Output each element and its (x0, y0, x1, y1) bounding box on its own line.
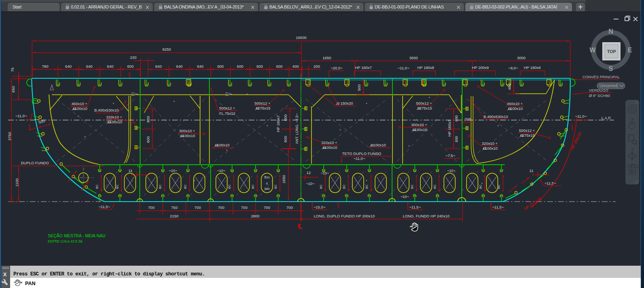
svg-text:~20,0~: ~20,0~ (331, 66, 343, 70)
svg-text:HP 160x7: HP 160x7 (355, 65, 372, 70)
svg-text:8250: 8250 (162, 47, 171, 52)
svg-text:100x10: 100x10 (414, 127, 427, 132)
svg-text:460x10 +: 460x10 + (71, 101, 87, 106)
svg-text:75: 75 (10, 68, 15, 72)
svg-text:~10~: ~10~ (321, 171, 329, 175)
svg-text:BC: BC (95, 184, 99, 189)
svg-text:~11,0~: ~11,0~ (354, 156, 365, 161)
svg-text:L.A.P.: L.A.P. (601, 116, 612, 120)
svg-text:~10~: ~10~ (217, 169, 226, 173)
svg-text:600: 600 (454, 115, 458, 121)
svg-text:460x10 +: 460x10 + (507, 101, 523, 106)
svg-text:100x10: 100x10 (485, 146, 497, 150)
svg-text:600: 600 (256, 64, 263, 69)
svg-text:BC: BC (410, 184, 414, 189)
svg-text:600: 600 (217, 64, 224, 69)
svg-text:Press ESC or ENTER to exit, or: Press ESC or ENTER to exit, or right-cli… (13, 271, 205, 277)
svg-text:1100: 1100 (15, 178, 19, 187)
svg-text:100x10: 100x10 (324, 145, 337, 150)
svg-text:600: 600 (146, 116, 150, 123)
svg-text:300x10 +: 300x10 + (179, 129, 195, 133)
svg-text:700: 700 (241, 205, 247, 210)
svg-text:275x15: 275x15 (522, 133, 535, 138)
svg-text:HP 180x8: HP 180x8 (417, 65, 434, 70)
svg-text:BC: BC (274, 184, 277, 189)
svg-text:230: 230 (130, 55, 136, 60)
svg-text:460: 460 (507, 84, 512, 90)
svg-text:DUPLO FUNDO: DUPLO FUNDO (21, 161, 49, 165)
svg-text:BC: BC (319, 184, 323, 189)
svg-text:Ø 8" SCH80: Ø 8" SCH80 (589, 93, 610, 98)
svg-text:BC: BC (251, 184, 255, 189)
svg-text:3750: 3750 (7, 132, 12, 140)
svg-text:100x10: 100x10 (75, 106, 87, 111)
svg-text:DE-BBJ-01-002-PLANO DE LINHAS: DE-BBJ-01-002-PLANO DE LINHAS (375, 4, 444, 9)
svg-text:100x10: 100x10 (217, 143, 229, 147)
svg-text:HP 160x7: HP 160x7 (276, 115, 280, 132)
svg-text:VERDUGO: VERDUGO (589, 88, 608, 92)
svg-text:1650: 1650 (281, 175, 286, 183)
svg-text:B.400x530x10: B.400x530x10 (484, 114, 508, 119)
svg-text:3600: 3600 (409, 56, 418, 60)
svg-text:500: 500 (264, 176, 270, 179)
svg-text:TETO DUPLO FUNDO: TETO DUPLO FUNDO (342, 151, 382, 156)
svg-text:BC: BC (342, 184, 346, 189)
svg-text:~10~: ~10~ (169, 169, 177, 173)
svg-text:S: S (609, 65, 613, 72)
svg-text:BC: BC (365, 184, 369, 189)
svg-text:12: 12 (307, 170, 311, 175)
svg-text:HP 180x8: HP 180x8 (524, 65, 541, 70)
svg-text:~10~: ~10~ (306, 182, 315, 186)
svg-text:W: W (589, 47, 596, 54)
svg-text:700: 700 (148, 205, 155, 210)
svg-text:~15,0~: ~15,0~ (313, 205, 326, 209)
svg-text:BC: BC (228, 184, 231, 189)
svg-text:380: 380 (264, 187, 270, 191)
svg-text:LONG. DUPLO FUNDO HP 200x10: LONG. DUPLO FUNDO HP 200x10 (314, 214, 375, 218)
svg-text:320x10 +: 320x10 + (482, 141, 498, 146)
svg-text:500x12 +: 500x12 + (254, 101, 271, 105)
svg-text:640: 640 (86, 64, 92, 69)
svg-text:100x10: 100x10 (109, 120, 122, 124)
svg-text:~11,5~: ~11,5~ (409, 205, 421, 209)
svg-text:320: 320 (465, 117, 471, 121)
svg-text:BC: BC (115, 184, 119, 189)
svg-text:600: 600 (283, 114, 288, 121)
svg-text:640: 640 (107, 64, 113, 69)
svg-text:600: 600 (237, 64, 243, 69)
svg-text:320x10 +: 320x10 + (321, 140, 337, 145)
svg-text:700: 700 (286, 205, 293, 210)
svg-text:600: 600 (276, 64, 283, 69)
svg-text:750: 750 (171, 205, 178, 210)
svg-text:275x15: 275x15 (419, 106, 432, 110)
svg-text:~11,5~: ~11,5~ (544, 181, 556, 185)
svg-text:100x10: 100x10 (373, 143, 386, 147)
svg-text:HP 200x9: HP 200x9 (472, 65, 489, 70)
svg-text:BC: BC (433, 184, 437, 189)
svg-text:CONVÉS PRINCIPAL: CONVÉS PRINCIPAL (582, 75, 620, 79)
svg-text:11: 11 (529, 168, 533, 173)
svg-text:500x12 +: 500x12 + (519, 128, 535, 133)
svg-text:~8,0~: ~8,0~ (508, 66, 518, 70)
svg-text:0.02.01 - ARRANJO GERAL - REV_: 0.02.01 - ARRANJO GERAL - REV_B (71, 4, 142, 9)
svg-text:BC: BC (479, 184, 482, 189)
svg-text:BALSA BELOV_ARRJ...EV C)_12-04: BALSA BELOV_ARRJ...EV C)_12-04-2012* (269, 4, 352, 9)
svg-text:400: 400 (292, 64, 299, 69)
svg-text:X: X (3, 271, 7, 277)
svg-text:TOP: TOP (607, 49, 616, 54)
svg-text:B.400x530x10: B.400x530x10 (94, 108, 119, 112)
svg-text:~10~: ~10~ (447, 169, 456, 173)
svg-text:Start: Start (13, 4, 21, 9)
svg-text:16500: 16500 (296, 35, 306, 40)
svg-text:N: N (608, 28, 613, 35)
svg-text:640: 640 (65, 64, 72, 69)
svg-text:700: 700 (194, 205, 201, 210)
svg-text:600: 600 (146, 136, 150, 143)
svg-text:500: 500 (357, 84, 361, 91)
svg-text:500x12 +: 500x12 + (219, 106, 235, 110)
svg-text:320x10 +: 320x10 + (106, 115, 122, 119)
svg-text:100x10: 100x10 (182, 133, 195, 138)
svg-text:1650: 1650 (322, 56, 331, 60)
svg-text:500x12 +: 500x12 + (416, 101, 432, 105)
svg-text:600: 600 (283, 136, 288, 142)
